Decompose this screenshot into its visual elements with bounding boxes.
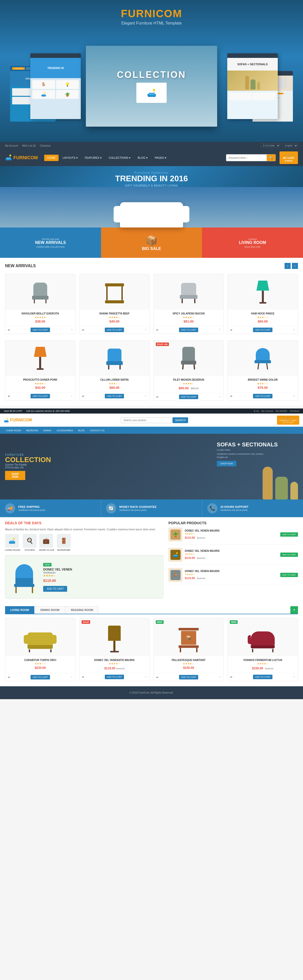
compare-btn-5[interactable]: ⇄ [8,395,10,397]
nav-layouts[interactable]: LAYOUTS ▾ [60,155,81,161]
room-add-cart-1[interactable]: ADD TO CART [30,675,50,679]
currency-select[interactable]: $ US Dollar [261,143,280,148]
add-cart-btn-7[interactable]: ADD TO CART [179,395,198,399]
popular-add-btn-2[interactable]: ADD TO CART [280,552,298,557]
shipping-icon: 🚚 [5,503,15,513]
wishlist-btn-8[interactable]: ♡ [293,395,295,397]
compare-btn-1[interactable]: ⇄ [8,329,10,331]
topbar-left-links: My Account Wish List (0) Checkout [5,144,51,147]
compare-btn-7[interactable]: ⇄ [156,396,158,398]
compare-btn-8[interactable]: ⇄ [230,395,232,397]
add-cart-btn-1[interactable]: ADD TO CART [30,328,50,332]
wishlist-btn-1[interactable]: ♡ [71,329,73,331]
nav-pages[interactable]: PAGES ▾ [152,155,170,161]
store2-menu: LIVING ROOM BEDROOM DINING ACCESSORIES B… [0,427,303,434]
room-tabs-section: LIVING ROOM DINING ROOM READING ROOM + [0,602,303,614]
nav-collections[interactable]: COLLECTIONS ▾ [106,155,134,161]
search-input[interactable] [226,154,267,161]
store1-navbar: 🛋️ FURNICOM HOME LAYOUTS ▾ FEATURES ▾ CO… [0,150,303,166]
account-link[interactable]: My Account [5,144,18,147]
store2-menu-item-living[interactable]: LIVING ROOM [4,428,23,433]
add-cart-btn-4[interactable]: ADD TO CART [253,328,273,332]
compare-btn-3[interactable]: ⇄ [156,329,158,331]
wishlist-btn-5[interactable]: ♡ [71,395,73,397]
room-wishlist-1[interactable]: ♡ [71,675,73,679]
feature-new-arrivals[interactable]: Get the new look NEW ARRIVALS FURNITURE … [0,228,101,258]
wishlist-btn-4[interactable]: ♡ [293,329,295,331]
room-wishlist-4[interactable]: ♡ [293,675,295,679]
wishlist-btn-3[interactable]: ♡ [219,329,221,331]
compare-btn-4[interactable]: ⇄ [230,329,232,331]
nav-blog[interactable]: BLOG ▾ [135,155,151,161]
store2-menu-item-accessories[interactable]: ACCESSORIES [54,428,75,433]
hero2-shop-now-btn2[interactable]: SHOP NOW [217,461,236,466]
prev-arrow[interactable]: ‹ [285,263,290,269]
room-product-info-3: PELLENTESQUE HABITANT ★★★★☆ $150.00 [154,656,224,673]
tab-add-plus[interactable]: + [290,606,298,614]
nav-home[interactable]: HOME [44,155,59,161]
tab-reading-room[interactable]: READING ROOM [66,606,98,614]
room-wishlist-3[interactable]: ♡ [219,675,221,679]
popular-price-1: $115.00 [185,536,195,539]
popular-add-btn-3[interactable]: ADD TO CART [280,573,298,577]
wishlist-btn-2[interactable]: ♡ [145,329,147,331]
deal-cat-kitchen[interactable]: 🍳 KITCHEN [23,534,36,551]
compare-btn-2[interactable]: ⇄ [82,329,84,331]
add-cart-btn-8[interactable]: ADD TO CART [253,394,273,398]
benefit-returns-desc: Vestibulum dui porue porta [119,509,157,511]
tab-living-room[interactable]: LIVING ROOM [5,606,34,614]
add-cart-btn-2[interactable]: ADD TO CART [105,328,124,332]
room-add-cart-3[interactable]: ADD TO CART [179,675,198,679]
room-compare-3[interactable]: ⇄ [156,675,158,679]
add-cart-btn-5[interactable]: ADD TO CART [30,394,50,398]
store2-cart-label: PRODUCT - CART [279,419,297,422]
store2-search-input[interactable] [121,417,171,423]
room-compare-4[interactable]: ⇄ [230,675,232,679]
deal-add-to-cart-btn[interactable]: ADD TO CART [43,586,67,592]
checkout-link[interactable]: Checkout [40,144,50,147]
tab-dining-room[interactable]: DINING ROOM [35,606,65,614]
nav-features[interactable]: FEATURES ▾ [82,155,105,161]
next-arrow[interactable]: › [292,263,298,269]
add-cart-btn-3[interactable]: ADD TO CART [179,328,198,332]
room-product-price-2: $115.00 [104,667,115,670]
store2-menu-item-contact[interactable]: CONTACT US [88,428,106,433]
store2-menu-item-bedroom[interactable]: BEDROOM [24,428,40,433]
topbar-right-options: $ US Dollar English [261,143,298,148]
room-add-cart-4[interactable]: ADD TO CART [253,675,273,679]
room-add-cart-2[interactable]: ADD TO CART [105,675,124,679]
wishlist-btn-7[interactable]: ♡ [219,396,221,398]
store2-menu-item-blog[interactable]: BLOG [76,428,87,433]
room-compare-1[interactable]: ⇄ [8,675,10,679]
language-select[interactable]: English [283,143,298,148]
product-price-1: $36.00 [8,320,73,323]
wishlist-link[interactable]: Wish List (0) [22,144,36,147]
room-wishlist-2[interactable]: ♡ [145,675,147,679]
add-cart-btn-6[interactable]: ADD TO CART [105,394,124,398]
feature-big-sale[interactable]: 📦 BIG SALE [101,228,202,258]
deal-cat-living[interactable]: 🛋️ LIVING ROOM [5,534,20,551]
room-product-stars-1: ★★★☆☆ [8,662,73,665]
cart-button[interactable]: 🛒 MY CART 0 Items [279,151,298,164]
room-compare-2[interactable]: ⇄ [82,675,84,679]
product-price-4: $65.00 [230,320,295,323]
search-button[interactable]: 🔍 [267,154,276,161]
popular-add-btn-1[interactable]: ADD TO CART [280,532,298,537]
wishlist-btn-6[interactable]: ♡ [145,395,147,397]
hero2-shop-now-btn[interactable]: SHOP NOW [5,471,25,480]
red-sofa-shape [251,622,275,652]
deal-cat-workplace[interactable]: 💼 WORK PLACE [39,534,54,551]
store2-menu-item-dining[interactable]: DINING [41,428,54,433]
store2-search-btn[interactable]: SEARCH [173,417,188,423]
compare-btn-6[interactable]: ⇄ [82,395,84,397]
product-card-5: PROSCIUTTO DONER PORK ★★★★☆ $42.00 ⇄ ADD… [5,340,76,401]
sale-badge-room-2: SALE [82,620,90,624]
hero-sofa [120,202,183,228]
feature-living-room[interactable]: Creative! LIVING ROOM SALE 50% OFF [202,228,303,258]
popular-item-1: 🪴 DONEC VEL VENEN MAURIS ★★★★☆ $115.00 $… [168,528,298,545]
product-grid-row1: SHOULDER MOLLIT EXERCITA ★★★★★ $36.00 ⇄ … [0,272,303,339]
store2-cart-btn[interactable]: 🛒 PRODUCT - CART GO TO CART [277,415,299,425]
room-product-stars-2: ★★★★☆ [82,662,147,665]
brand-part2: COM [156,8,182,19]
deal-cat-wardrobe[interactable]: 🚪 WARDROBE [57,534,71,551]
